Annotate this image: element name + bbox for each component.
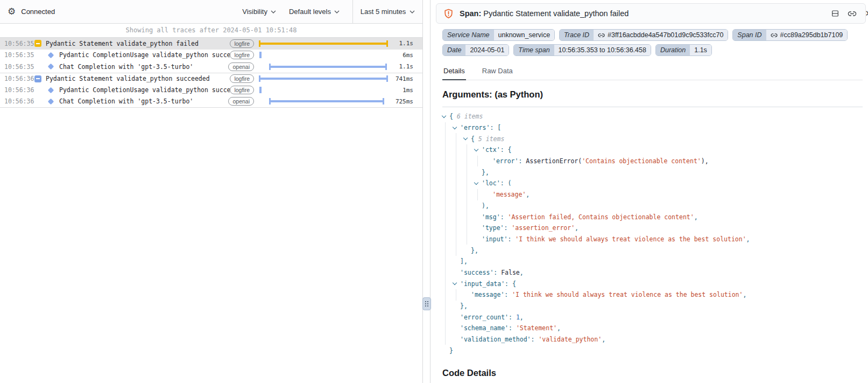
collapse-chevron-icon[interactable] — [453, 283, 460, 284]
copy-link-button[interactable] — [848, 9, 857, 18]
panel-resize-handle[interactable] — [422, 297, 431, 310]
indent-guide — [442, 323, 453, 334]
default-levels-dropdown[interactable]: Default levels — [289, 8, 340, 16]
indent-guide — [453, 211, 464, 222]
trace-row[interactable]: 10:56:36Chat Completion with 'gpt-3.5-tu… — [0, 96, 422, 108]
tab-raw-data[interactable]: Raw Data — [481, 64, 514, 80]
attribute-badge: Duration1.1s — [655, 44, 712, 56]
chevron-down-icon — [410, 10, 415, 13]
indent-guide — [453, 189, 464, 200]
duration-bar-track — [259, 40, 388, 47]
tab-details[interactable]: Details — [442, 64, 466, 80]
copy-link-icon — [848, 9, 857, 18]
indent-guide — [442, 222, 453, 234]
code-token: : [ — [490, 124, 501, 131]
indent-guide — [453, 234, 464, 245]
collapse-chevron-icon[interactable] — [453, 127, 460, 129]
grip-dot — [425, 301, 426, 302]
code-token: 'Assertion failed, Contains objectionabl… — [507, 213, 694, 221]
span-header-actions: ✕ — [831, 9, 859, 18]
code-token: 'message' — [492, 191, 526, 198]
chevron-down-icon — [271, 10, 276, 13]
link-icon[interactable] — [771, 32, 778, 39]
code-token: 'message' — [471, 291, 504, 298]
code-details-heading: Code Details — [442, 368, 863, 378]
code-line: { 6 items — [442, 111, 863, 122]
code-token: 'I think we should always treat violence… — [512, 291, 743, 298]
close-icon: ✕ — [865, 9, 868, 18]
link-icon[interactable] — [598, 32, 605, 39]
code-token: ), — [482, 202, 489, 210]
duration-text: 1.1s — [388, 63, 422, 70]
settings-button[interactable]: ⚙ — [8, 7, 16, 16]
code-token: AssertionError( — [526, 157, 582, 165]
collapse-chevron-icon[interactable] — [464, 138, 471, 140]
trace-label: Pydantic Statement validate_python faile… — [46, 40, 230, 47]
duration-text: 741ms — [388, 75, 422, 82]
indent-guide — [442, 211, 453, 222]
span-badges-row-2: Date2024-05-01Time span10:56:35.353 to 1… — [442, 44, 868, 56]
split-view-icon — [831, 9, 839, 18]
code-token: 'error_count' — [460, 314, 509, 321]
collapse-chevron-icon[interactable] — [475, 149, 482, 151]
trace-row[interactable]: 10:56:35Chat Completion with 'gpt-3.5-tu… — [0, 61, 422, 73]
indent-guide — [453, 166, 464, 178]
code-token: 'Contains objectionable content' — [582, 157, 701, 165]
code-token: ), — [701, 157, 709, 165]
indent-guide — [442, 189, 453, 200]
indent-guide — [442, 133, 453, 144]
code-token: , — [520, 314, 524, 321]
span-diamond-icon — [48, 52, 54, 59]
visibility-dropdown[interactable]: Visibility — [242, 8, 276, 16]
trace-list: 10:56:35Pydantic Statement validate_pyth… — [0, 38, 422, 108]
indent-guide — [442, 200, 453, 212]
indent-guide — [464, 211, 475, 222]
traces-info-banner: Showing all traces after 2024-05-01 10:5… — [0, 24, 422, 38]
badge-value: 2024-05-01 — [465, 45, 509, 55]
duration-bar — [259, 52, 262, 58]
code-token: , — [743, 291, 746, 298]
indent-guide — [442, 267, 453, 278]
trace-time: 10:56:36 — [4, 86, 34, 94]
indent-guide — [464, 144, 475, 156]
time-range-dropdown[interactable]: Last 5 minutes — [352, 0, 422, 23]
collapse-chevron-icon[interactable] — [475, 183, 482, 184]
code-token: 'assertion_error' — [511, 224, 575, 232]
indent-guide — [453, 144, 464, 156]
span-detail-panel: Span: Pydantic Statement validate_python… — [430, 0, 868, 383]
trace-row[interactable]: 10:56:36Pydantic CompletionUsage validat… — [0, 84, 422, 96]
code-line: }, — [442, 245, 863, 256]
split-view-button[interactable] — [831, 9, 839, 18]
indent-guide — [453, 133, 464, 144]
collapse-toggle-icon[interactable] — [34, 75, 41, 82]
badge-label: Time span — [514, 45, 554, 55]
code-line: 'schema_name': 'Statement', — [442, 323, 863, 334]
indent-guide — [442, 166, 453, 178]
trace-label: Chat Completion with 'gpt-3.5-turbo' — [59, 98, 228, 105]
scope-tag: openai — [228, 97, 254, 106]
duration-bar — [269, 64, 386, 70]
code-token: 'I think we should always treat violence… — [515, 235, 746, 243]
collapse-toggle-icon[interactable] — [34, 40, 41, 47]
trace-row[interactable]: 10:56:35Pydantic Statement validate_pyth… — [0, 38, 422, 50]
span-diamond-icon — [48, 64, 54, 70]
duration-bar-track — [259, 75, 388, 82]
indent-guide — [442, 234, 453, 245]
badge-label: Trace ID — [560, 30, 594, 40]
code-line: 'error': AssertionError('Contains object… — [442, 156, 863, 167]
grip-dot — [425, 303, 426, 304]
collapse-chevron-icon[interactable] — [442, 116, 449, 117]
indent-guide — [464, 166, 475, 178]
close-button[interactable]: ✕ — [865, 9, 868, 18]
trace-row[interactable]: 10:56:35Pydantic CompletionUsage validat… — [0, 50, 422, 61]
section-divider — [442, 107, 863, 107]
code-line: 'ctx': { — [442, 144, 863, 156]
indent-guide — [442, 301, 453, 312]
span-title: Span: Pydantic Statement validate_python… — [460, 9, 629, 18]
scope-tag: logfire — [230, 86, 254, 94]
code-token: , — [746, 235, 750, 243]
code-line: 'type': 'assertion_error', — [442, 222, 863, 234]
trace-row[interactable]: 10:56:36Pydantic Statement validate_pyth… — [0, 73, 422, 85]
indent-guide — [464, 178, 475, 189]
scope-tag: logfire — [230, 51, 254, 59]
